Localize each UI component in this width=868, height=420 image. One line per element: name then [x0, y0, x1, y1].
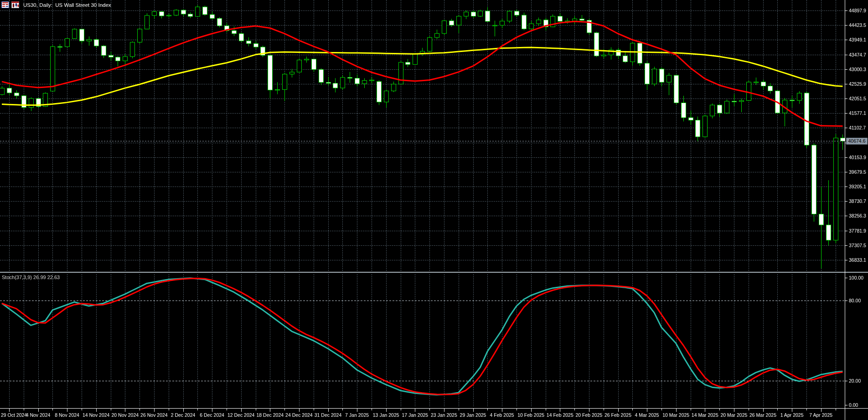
time-axis-label: 20 Nov 2024	[112, 412, 139, 418]
price-axis-label: 42525.9	[849, 81, 866, 87]
time-axis-label: 1 Apr 2025	[780, 412, 804, 418]
time-axis-label: 2 Dec 2024	[171, 412, 196, 418]
price-chart-canvas[interactable]	[0, 0, 868, 420]
time-axis-label: 17 Jan 2025	[402, 412, 428, 418]
mt4-chart-window: US30, Daily: US Wall Street 30 Index Sto…	[0, 0, 868, 420]
time-axis-label: 4 Mar 2025	[635, 412, 659, 418]
time-axis-label: 8 Nov 2024	[55, 412, 79, 418]
stochastic-axis-label: 80.00	[849, 297, 861, 304]
time-axis-label: 31 Dec 2024	[315, 412, 342, 418]
time-axis-label: 14 Feb 2025	[547, 412, 574, 418]
time-axis-label: 4 Feb 2025	[490, 412, 514, 418]
price-axis-label: 43474.7	[849, 52, 866, 58]
time-axis-label: 14 Nov 2024	[83, 412, 110, 418]
time-axis-label: 12 Dec 2024	[227, 412, 255, 418]
time-axis-label: 26 Mar 2025	[749, 412, 776, 418]
chart-title-bar: US30, Daily: US Wall Street 30 Index	[1, 1, 111, 8]
price-axis-label: 38730.7	[849, 198, 866, 204]
time-axis-label: 6 Dec 2024	[200, 412, 224, 418]
time-axis-label: 23 Jan 2025	[431, 412, 457, 418]
price-axis-label: 37307.5	[849, 242, 866, 249]
time-axis-label: 26 Feb 2025	[604, 412, 631, 418]
price-axis-label: 39205.1	[849, 183, 866, 190]
price-axis-label: 42051.5	[849, 95, 866, 102]
price-axis-label: 36833.1	[849, 257, 866, 263]
time-axis-label: 18 Dec 2024	[257, 412, 284, 418]
stochastic-axis-label: 0.00	[849, 402, 858, 408]
current-price-badge: 40674.6	[846, 138, 868, 145]
time-axis-label: 14 Mar 2025	[692, 412, 718, 418]
price-axis-label: 44897.9	[849, 7, 866, 14]
price-axis-label: 40153.9	[849, 154, 866, 161]
chart-title: US30, Daily: US Wall Street 30 Index	[23, 2, 111, 8]
price-axis-label: 41102.7	[849, 124, 866, 131]
time-axis-label: 13 Jan 2025	[373, 412, 399, 418]
stochastic-axis-label: 100.00	[849, 275, 863, 281]
time-axis-label: 20 Mar 2025	[720, 412, 747, 418]
price-axis-label: 41577.1	[849, 110, 866, 116]
time-axis-label: 29 Oct 2024	[1, 412, 27, 418]
time-axis-label: 7 Jan 2025	[345, 412, 369, 418]
time-axis-label: 29 Jan 2025	[460, 412, 486, 418]
price-axis-label: 44423.5	[849, 22, 866, 28]
time-axis-label: 20 Feb 2025	[575, 412, 602, 418]
time-axis-label: 10 Mar 2025	[662, 412, 689, 418]
time-axis-label: 4 Nov 2024	[26, 412, 51, 418]
market-watch-icon[interactable]	[1, 1, 9, 8]
price-axis-label: 43000.3	[849, 66, 866, 73]
price-axis-label: 39679.5	[849, 169, 866, 175]
price-axis-label: 37781.9	[849, 228, 866, 234]
price-axis-label: 38256.3	[849, 213, 866, 219]
candlestick-chart-icon[interactable]	[11, 1, 19, 8]
time-axis-label: 26 Nov 2024	[140, 412, 168, 418]
stochastic-indicator-label: Stoch(37,3,9) 26.99 22.63	[2, 275, 60, 280]
time-axis-label: 24 Dec 2024	[285, 412, 313, 418]
stochastic-axis-label: 20.00	[849, 378, 861, 384]
time-axis-label: 10 Feb 2025	[517, 412, 544, 418]
time-axis-label: 7 Apr 2025	[809, 412, 832, 418]
price-axis-label: 43949.1	[849, 36, 866, 43]
